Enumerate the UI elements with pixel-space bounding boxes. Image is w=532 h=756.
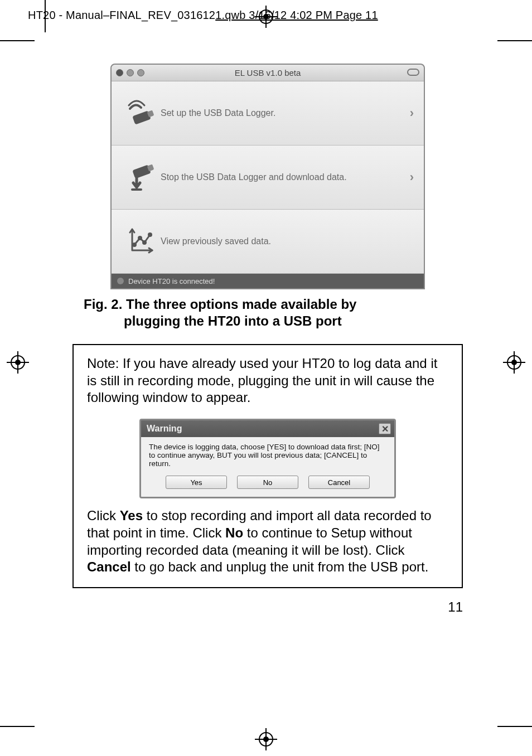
status-dot-icon [117, 278, 124, 284]
page-number: 11 [448, 599, 463, 615]
print-header: HT20 - Manual–FINAL_REV_0316121.qwb 3/16… [28, 9, 378, 22]
no-button[interactable]: No [237, 476, 298, 489]
note-box: Note: If you have already used your HT20… [72, 344, 463, 588]
print-header-text: HT20 - Manual–FINAL_REV_031612 [28, 9, 215, 21]
print-header-tail: 1.qwb 3/16/12 4:02 PM Page 11 [215, 9, 378, 21]
registration-mark-icon [255, 6, 277, 28]
dialog-body: The device is logging data, choose [YES]… [141, 437, 394, 497]
app-window: EL USB v1.0 beta Set up the USB Data Log… [110, 64, 425, 289]
crop-mark [0, 726, 35, 727]
registration-mark-icon [503, 351, 525, 374]
chevron-right-icon: › [410, 106, 414, 120]
page-content: EL USB v1.0 beta Set up the USB Data Log… [72, 50, 463, 588]
usb-download-icon [122, 162, 161, 193]
registration-mark-icon [255, 728, 277, 750]
window-title: EL USB v1.0 beta [112, 68, 424, 77]
usb-setup-icon [122, 98, 161, 129]
option-label: View previously saved data. [161, 236, 414, 246]
svg-point-23 [143, 241, 146, 244]
pill-button-icon[interactable] [407, 69, 419, 76]
caption-line2: plugging the HT20 into a USB port [84, 313, 452, 329]
svg-point-24 [149, 234, 152, 236]
note-text: Note: If you have already used your HT20… [87, 355, 448, 406]
cancel-button[interactable]: Cancel [308, 476, 370, 489]
dialog-title: Warning [147, 424, 182, 434]
caption-line1: Fig. 2. The three options made available… [84, 297, 356, 312]
crop-mark [497, 40, 532, 41]
option-row-view[interactable]: View previously saved data. [112, 210, 424, 274]
close-icon[interactable]: ✕ [379, 423, 391, 434]
dialog-titlebar: Warning ✕ [141, 420, 394, 437]
registration-mark-icon [7, 351, 29, 374]
chart-icon [122, 226, 161, 257]
status-bar: Device HT20 is connected! [112, 274, 424, 288]
status-text: Device HT20 is connected! [128, 277, 215, 285]
dialog-buttons: Yes No Cancel [149, 476, 386, 489]
svg-point-21 [133, 244, 136, 246]
figure-caption: Fig. 2. The three options made available… [84, 296, 452, 329]
yes-button[interactable]: Yes [166, 476, 227, 489]
cancel-label: Cancel [87, 559, 131, 574]
option-label: Stop the USB Data Logger and download da… [161, 172, 410, 182]
yes-label: Yes [120, 508, 143, 523]
svg-point-22 [139, 237, 142, 240]
crop-mark [0, 40, 35, 41]
window-titlebar: EL USB v1.0 beta [112, 65, 424, 81]
crop-mark [497, 726, 532, 727]
instruction-text: Click Yes to stop recording and import a… [87, 507, 448, 576]
option-label: Set up the USB Data Logger. [161, 108, 410, 118]
dialog-message: The device is logging data, choose [YES]… [149, 443, 386, 468]
option-row-download[interactable]: Stop the USB Data Logger and download da… [112, 146, 424, 210]
no-label: No [225, 525, 243, 540]
warning-dialog: Warning ✕ The device is logging data, ch… [139, 419, 396, 498]
chevron-right-icon: › [410, 170, 414, 185]
option-row-setup[interactable]: Set up the USB Data Logger. › [112, 81, 424, 146]
